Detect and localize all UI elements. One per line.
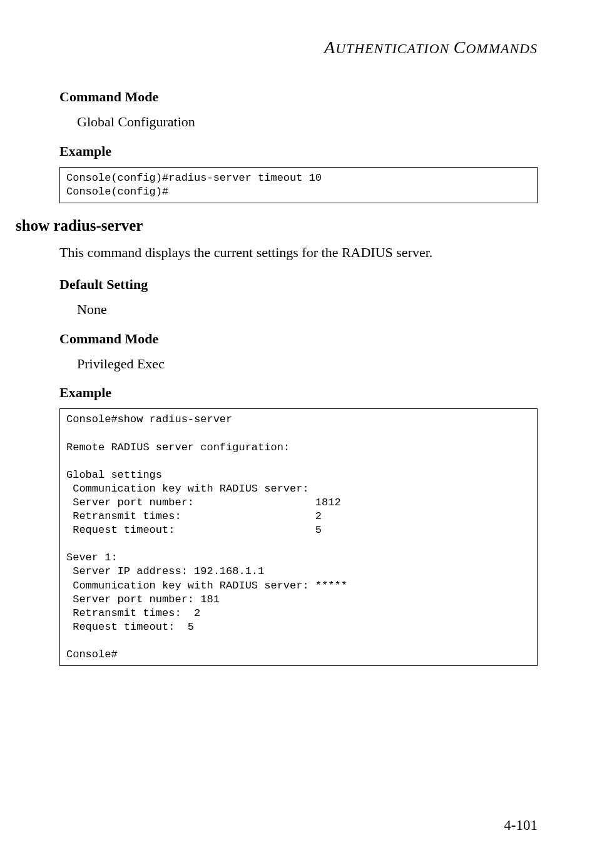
code-block-2: Console#show radius-server Remote RADIUS…	[59, 408, 538, 666]
header-title-rest: UTHENTICATION	[335, 41, 454, 56]
command-mode-text-1: Global Configuration	[59, 113, 538, 132]
example-heading-1: Example	[59, 143, 538, 159]
default-setting-heading: Default Setting	[59, 276, 538, 293]
default-setting-text: None	[59, 300, 538, 320]
example-heading-2: Example	[59, 385, 538, 401]
page-number: 4-101	[504, 817, 538, 834]
subsection-title: show radius-server	[16, 217, 538, 235]
page-header: AUTHENTICATION COMMANDS	[59, 38, 538, 58]
command-mode-heading-2: Command Mode	[59, 331, 538, 347]
command-mode-heading-1: Command Mode	[59, 89, 538, 105]
code-block-1: Console(config)#radius-server timeout 10…	[59, 167, 538, 203]
subsection-description: This command displays the current settin…	[59, 243, 538, 263]
command-mode-text-2: Privileged Exec	[59, 355, 538, 374]
